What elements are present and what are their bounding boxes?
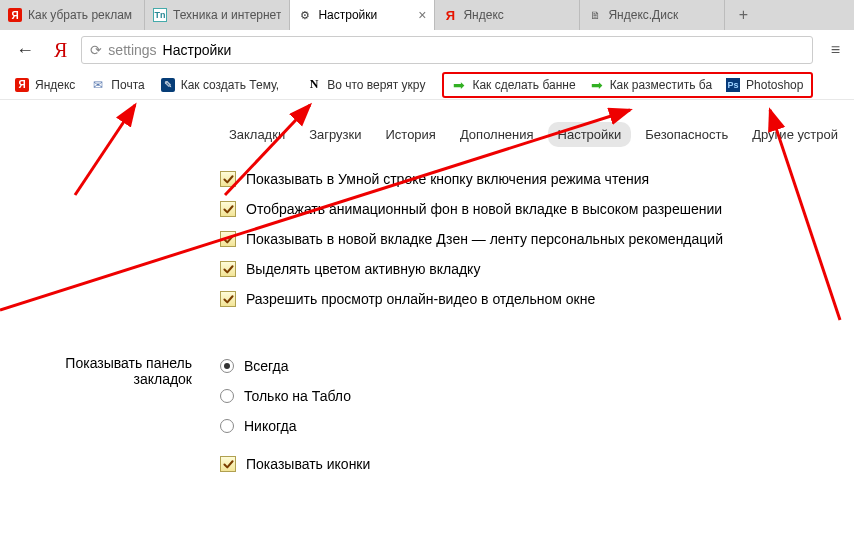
label-line: закладок xyxy=(0,371,192,387)
setting-checkbox-row: Показывать в Умной строке кнопку включен… xyxy=(220,164,854,194)
nav-bookmarks[interactable]: Закладки xyxy=(219,122,295,147)
checkbox-label: Выделять цветом активную вкладку xyxy=(246,261,480,277)
checkbox-label: Разрешить просмотр онлайн-видео в отдель… xyxy=(246,291,595,307)
bookmark-item[interactable]: ➡ Как сделать банне xyxy=(445,75,582,95)
n-icon: N xyxy=(307,78,321,92)
checkbox[interactable] xyxy=(220,171,236,187)
bookmark-item[interactable]: ✎ Как создать Тему, xyxy=(154,75,287,95)
file-icon: 🗎 xyxy=(588,8,602,22)
bookmark-item[interactable]: Ps Photoshop xyxy=(719,75,810,95)
radio-label: Всегда xyxy=(244,358,289,374)
setting-checkbox-row: Выделять цветом активную вкладку xyxy=(220,254,854,284)
gear-icon: ⚙ xyxy=(298,8,312,22)
lj-icon: ✎ xyxy=(161,78,175,92)
tab-title: Настройки xyxy=(318,8,412,22)
tab-4[interactable]: 🗎 Яндекс.Диск xyxy=(580,0,725,30)
nav-addons[interactable]: Дополнения xyxy=(450,122,544,147)
address-bar[interactable]: ⟳ settings Настройки xyxy=(81,36,812,64)
bookmark-item[interactable]: ➡ Как разместить ба xyxy=(583,75,719,95)
address-text: Настройки xyxy=(163,42,232,58)
highlighted-bookmarks: ➡ Как сделать банне ➡ Как разместить ба … xyxy=(442,72,813,98)
bookmark-label: Во что верят укру xyxy=(327,78,425,92)
tab-3[interactable]: Я Яндекс xyxy=(435,0,580,30)
radio-label: Никогда xyxy=(244,418,296,434)
radio-row: Только на Табло xyxy=(220,381,854,411)
bookmarks-bar: Я Яндекс ✉ Почта ✎ Как создать Тему, N В… xyxy=(0,70,854,100)
tab-title: Яндекс.Диск xyxy=(608,8,716,22)
label-line: Показывать панель xyxy=(0,355,192,371)
nav-settings[interactable]: Настройки xyxy=(548,122,632,147)
bookmark-item[interactable]: Я Яндекс xyxy=(8,75,82,95)
radio-row: Никогда xyxy=(220,411,854,441)
nav-history[interactable]: История xyxy=(375,122,445,147)
radio-label: Только на Табло xyxy=(244,388,351,404)
ya-icon: Я xyxy=(8,8,22,22)
tab-2[interactable]: ⚙ Настройки × xyxy=(290,0,435,30)
address-prefix: settings xyxy=(108,42,156,58)
checkbox[interactable] xyxy=(220,231,236,247)
toolbar: ← Я ⟳ settings Настройки ≡ xyxy=(0,30,854,70)
radio-row: Всегда xyxy=(220,351,854,381)
bookmark-label: Как сделать банне xyxy=(472,78,575,92)
tab-title: Техника и интернет xyxy=(173,8,281,22)
settings-nav: Закладки Загрузки История Дополнения Нас… xyxy=(0,100,854,161)
checkbox[interactable] xyxy=(220,456,236,472)
setting-checkbox-row: Показывать в новой вкладке Дзен — ленту … xyxy=(220,224,854,254)
bookmark-label: Почта xyxy=(111,78,144,92)
mail-icon: ✉ xyxy=(91,78,105,92)
nav-other-devices[interactable]: Другие устрой xyxy=(742,122,848,147)
bookmark-item[interactable]: ✉ Почта xyxy=(84,75,151,95)
tab-1[interactable]: Tn Техника и интернет xyxy=(145,0,290,30)
checkbox-label: Показывать в Умной строке кнопку включен… xyxy=(246,171,649,187)
tn-icon: Tn xyxy=(153,8,167,22)
bookmark-label: Яндекс xyxy=(35,78,75,92)
checkbox-label: Отображать анимационный фон в новой вкла… xyxy=(246,201,722,217)
bookmark-label: Как создать Тему, xyxy=(181,78,280,92)
checkbox[interactable] xyxy=(220,261,236,277)
nav-security[interactable]: Безопасность xyxy=(635,122,738,147)
radio[interactable] xyxy=(220,419,234,433)
tab-title: Как убрать реклам xyxy=(28,8,136,22)
radio[interactable] xyxy=(220,359,234,373)
settings-content: Показывать в Умной строке кнопку включен… xyxy=(0,161,854,479)
new-tab-button[interactable]: + xyxy=(725,0,761,30)
tab-title: Яндекс xyxy=(463,8,571,22)
nav-downloads[interactable]: Загрузки xyxy=(299,122,371,147)
bookmark-label: Photoshop xyxy=(746,78,803,92)
ps-icon: Ps xyxy=(726,78,740,92)
yandex-logo[interactable]: Я xyxy=(54,39,67,62)
checkbox-label: Показывать иконки xyxy=(246,456,370,472)
tab-strip: Я Как убрать реклам Tn Техника и интерне… xyxy=(0,0,854,30)
setting-checkbox-row: Отображать анимационный фон в новой вкла… xyxy=(220,194,854,224)
tab-0[interactable]: Я Как убрать реклам xyxy=(0,0,145,30)
menu-button[interactable]: ≡ xyxy=(827,41,844,59)
refresh-icon[interactable]: ⟳ xyxy=(90,42,102,58)
ya-icon: Я xyxy=(443,8,457,22)
back-button[interactable]: ← xyxy=(10,38,40,63)
setting-checkbox-row: Разрешить просмотр онлайн-видео в отдель… xyxy=(220,284,854,314)
setting-checkbox-row: Показывать иконки xyxy=(220,449,854,479)
bookmarks-panel-label: Показывать панель закладок xyxy=(0,351,220,479)
close-icon[interactable]: × xyxy=(418,7,426,23)
bookmark-item[interactable]: N Во что верят укру xyxy=(300,75,432,95)
arrow-right-icon: ➡ xyxy=(590,78,604,92)
bookmark-label: Как разместить ба xyxy=(610,78,712,92)
arrow-right-icon: ➡ xyxy=(452,78,466,92)
radio[interactable] xyxy=(220,389,234,403)
checkbox[interactable] xyxy=(220,291,236,307)
checkbox-label: Показывать в новой вкладке Дзен — ленту … xyxy=(246,231,723,247)
ya-icon: Я xyxy=(15,78,29,92)
checkbox[interactable] xyxy=(220,201,236,217)
